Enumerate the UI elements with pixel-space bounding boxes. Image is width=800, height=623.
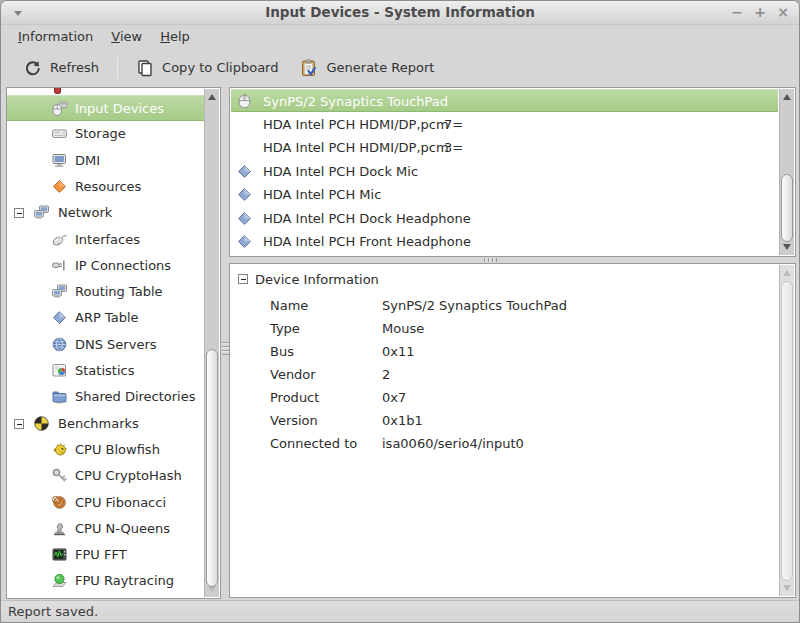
device-label: HDA Intel PCH Dock Mic <box>263 160 418 183</box>
splitter-grip[interactable] <box>484 258 497 262</box>
splitter-grip[interactable] <box>222 342 229 355</box>
sidebar-item-benchmarks[interactable]: Benchmarks <box>7 411 204 437</box>
window-controls: − + × <box>729 1 791 25</box>
thermometer-icon <box>54 88 61 94</box>
sidebar-item-cpu-blowfish[interactable]: CPU Blowfish <box>7 437 204 463</box>
sidebar-item-resources[interactable]: Resources <box>7 174 204 200</box>
sidebar-item-cpu-fibonacci[interactable]: CPU Fibonacci <box>7 490 204 516</box>
sidebar-item-ip-connections[interactable]: IP Connections <box>7 253 204 279</box>
sidebar-scrollbar[interactable] <box>204 89 219 597</box>
info-row-type[interactable]: TypeMouse <box>230 317 778 340</box>
device-row-hda-intel-pch-dock-headphone[interactable]: HDA Intel PCH Dock Headphone <box>231 207 778 230</box>
info-field-value: 0x1b1 <box>382 409 423 432</box>
info-row-product[interactable]: Product0x7 <box>230 386 778 409</box>
sidebar-item-input-devices[interactable]: Input Devices <box>7 95 204 121</box>
sidebar-item-arp-table[interactable]: ARP Table <box>7 305 204 331</box>
sidebar-item-cpu-n-queens[interactable]: CPU N-Queens <box>7 516 204 542</box>
mouse-icon <box>236 93 253 110</box>
sidebar-item-label: IP Connections <box>75 253 171 278</box>
status-text: Report saved. <box>8 604 98 619</box>
sidebar-item-label: Statistics <box>75 358 134 383</box>
scroll-up-arrow[interactable] <box>208 94 216 100</box>
collapse-icon[interactable] <box>14 208 24 218</box>
sidebar-item-label: Input Devices <box>75 96 164 121</box>
sidebar-item-statistics[interactable]: Statistics <box>7 358 204 384</box>
sidebar-item-fpu-raytracing[interactable]: FPU Raytracing <box>7 568 204 594</box>
ip-connections-icon <box>51 257 68 274</box>
info-row-version[interactable]: Version0x1b1 <box>230 409 778 432</box>
device-list-scrollbar[interactable] <box>779 89 794 255</box>
info-row-connected-to[interactable]: Connected toisa0060/serio4/input0 <box>230 432 778 455</box>
device-row-hda-intel-pch-front-headphone[interactable]: HDA Intel PCH Front Headphone <box>231 230 778 253</box>
benchmarks-icon <box>33 415 50 432</box>
info-row-vendor[interactable]: Vendor2 <box>230 363 778 386</box>
sidebar-item-cpu-cryptohash[interactable]: CPU CryptoHash <box>7 463 204 489</box>
sidebar-item-dns-servers[interactable]: DNS Servers <box>7 332 204 358</box>
copy-icon <box>136 59 154 77</box>
info-row-name[interactable]: NameSynPS/2 Synaptics TouchPad <box>230 294 778 317</box>
scroll-up-arrow[interactable] <box>783 94 791 100</box>
sidebar-item-label: FPU Raytracing <box>75 568 174 593</box>
scrollbar-thumb[interactable] <box>781 174 793 242</box>
titlebar[interactable]: Input Devices - System Information − + × <box>1 1 799 25</box>
menu-view[interactable]: View <box>102 25 151 49</box>
device-info-header[interactable]: Device Information <box>230 269 778 290</box>
info-field-label: Product <box>270 386 319 409</box>
sidebar-item-label: FPU FFT <box>75 542 127 567</box>
fpu-raytracing-icon <box>51 572 68 589</box>
info-field-value: 0x11 <box>382 340 415 363</box>
sidebar-item-fpu-fft[interactable]: FPU FFT <box>7 542 204 568</box>
device-label: HDA Intel PCH Dock Headphone <box>263 207 471 230</box>
scroll-down-arrow[interactable] <box>783 244 791 250</box>
device-row-hda-intel-pch-dock-mic[interactable]: HDA Intel PCH Dock Mic <box>231 160 778 183</box>
collapse-icon[interactable] <box>14 419 24 429</box>
sidebar-item-label: Interfaces <box>75 227 140 252</box>
app-window: Input Devices - System Information − + ×… <box>0 0 800 623</box>
device-label: HDA Intel PCH Front Headphone <box>263 230 471 253</box>
copy-to-clipboard-button[interactable]: Copy to Clipboard <box>125 53 289 83</box>
maximize-button[interactable]: + <box>752 1 768 25</box>
info-field-label: Type <box>270 317 300 340</box>
scrollbar-thumb[interactable] <box>781 281 793 581</box>
network-icon <box>33 204 50 221</box>
scrollbar-thumb[interactable] <box>206 349 218 587</box>
vertical-splitter[interactable] <box>222 87 229 599</box>
section-title: Device Information <box>255 269 379 290</box>
device-row-synps-2-synaptics-touchpad[interactable]: SynPS/2 Synaptics TouchPad <box>231 89 778 112</box>
collapse-icon[interactable] <box>238 274 248 284</box>
device-row-hda-intel-pch-hdmi-dp-pcm-7[interactable]: HDA Intel PCH HDMI/DP,pcm7= <box>231 113 778 136</box>
interfaces-icon <box>51 231 68 248</box>
device-row-hda-intel-pch-mic[interactable]: HDA Intel PCH Mic <box>231 183 778 206</box>
info-field-label: Connected to <box>270 432 357 455</box>
menu-information[interactable]: Information <box>9 25 102 49</box>
scroll-up-arrow[interactable] <box>783 270 791 276</box>
menu-help[interactable]: Help <box>151 25 199 49</box>
sidebar-item-shared-directories[interactable]: Shared Directories <box>7 384 204 410</box>
device-row-hda-intel-pch-hdmi-dp-pcm-3[interactable]: HDA Intel PCH HDMI/DP,pcm3= <box>231 136 778 159</box>
menubar: InformationViewHelp <box>1 25 799 49</box>
report-icon <box>300 59 318 77</box>
toolbar-button-label: Copy to Clipboard <box>162 60 278 75</box>
refresh-button[interactable]: Refresh <box>13 53 110 83</box>
sidebar-item-interfaces[interactable]: Interfaces <box>7 227 204 253</box>
sidebar-item-storage[interactable]: Storage <box>7 121 204 147</box>
window-menu-icon[interactable] <box>14 11 22 16</box>
toolbar-separator <box>117 57 118 79</box>
info-row-bus[interactable]: Bus0x11 <box>230 340 778 363</box>
sidebar-item-network[interactable]: Network <box>7 200 204 226</box>
sidebar-item-routing-table[interactable]: Routing Table <box>7 279 204 305</box>
statusbar: Report saved. <box>1 600 799 623</box>
device-label: HDA Intel PCH HDMI/DP,pcm <box>263 113 449 136</box>
device-info-scrollbar[interactable] <box>779 265 794 596</box>
sidebar-item-label: DNS Servers <box>75 332 157 357</box>
sidebar-item-label: CPU Blowfish <box>75 437 160 462</box>
refresh-icon <box>24 59 42 77</box>
minimize-button[interactable]: − <box>729 1 745 25</box>
close-button[interactable]: × <box>775 1 791 25</box>
sidebar-item-dmi[interactable]: DMI <box>7 148 204 174</box>
cpu-cryptohash-icon <box>51 467 68 484</box>
generate-report-button[interactable]: Generate Report <box>289 53 445 83</box>
cpu-fibonacci-icon <box>51 494 68 511</box>
arp-table-icon <box>51 309 68 326</box>
scroll-down-arrow[interactable] <box>783 585 791 591</box>
